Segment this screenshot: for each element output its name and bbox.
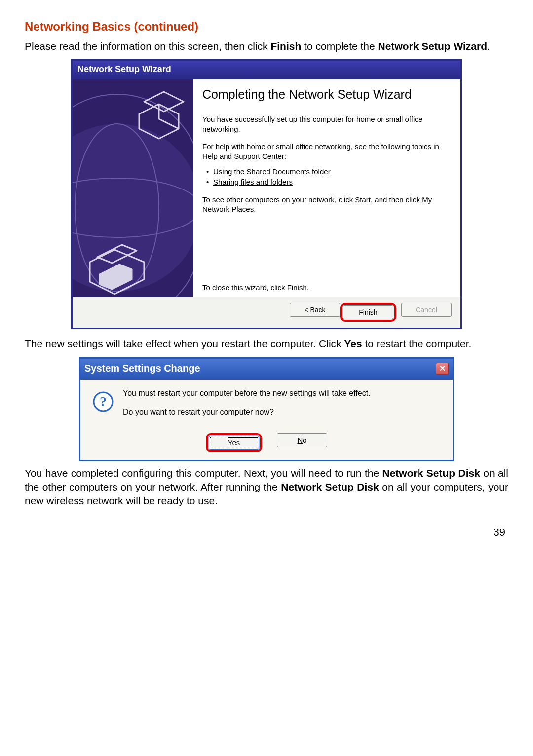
page-number: 39	[25, 526, 508, 539]
text: o	[303, 436, 306, 444]
bold-network-setup-wizard: Network Setup Wizard	[378, 40, 488, 52]
wizard-success-text: You have successfully set up this comput…	[202, 114, 452, 134]
spacer	[202, 222, 452, 284]
text: <	[304, 306, 310, 314]
dialog-button-row: Yes No	[80, 431, 453, 460]
yes-button[interactable]: Yes	[209, 436, 259, 450]
wizard-content: Completing the Network Setup Wizard You …	[193, 79, 460, 297]
close-icon[interactable]: ✕	[436, 363, 449, 375]
list-item: Sharing files and folders	[206, 177, 452, 187]
wizard-heading: Completing the Network Setup Wizard	[202, 87, 452, 102]
dialog-text: You must restart your computer before th…	[123, 389, 371, 426]
final-paragraph: You have completed configuring this comp…	[25, 466, 508, 508]
bold-finish: Finish	[270, 40, 301, 52]
question-icon: ?	[87, 389, 114, 415]
text: to complete the	[301, 40, 378, 52]
system-settings-change-dialog: System Settings Change ✕ ? You must rest…	[79, 357, 454, 461]
wizard-help-links: Using the Shared Documents folder Sharin…	[206, 167, 452, 187]
highlight-ring: Finish	[340, 303, 396, 322]
back-button[interactable]: < Back	[290, 303, 340, 317]
text: .	[487, 40, 490, 52]
text: ack	[315, 306, 326, 314]
text: You have completed configuring this comp…	[25, 467, 382, 479]
text: to restart the computer.	[362, 338, 472, 349]
list-item: Using the Shared Documents folder	[206, 167, 452, 177]
dialog-line-2: Do you want to restart your computer now…	[123, 408, 371, 416]
network-setup-wizard-window: Network Setup Wizard	[71, 59, 462, 329]
wizard-network-places-text: To see other computers on your network, …	[202, 195, 452, 214]
wizard-close-hint: To close this wizard, click Finish.	[202, 283, 452, 292]
restart-paragraph: The new settings will take effect when y…	[25, 337, 508, 351]
dialog-body: ? You must restart your computer before …	[80, 380, 453, 431]
text: Please read the information on this scre…	[25, 40, 270, 52]
bold-network-setup-disk: Network Setup Disk	[281, 481, 379, 492]
page-title: Networking Basics (continued)	[25, 20, 508, 34]
no-button[interactable]: No	[277, 433, 327, 447]
dialog-titlebar: System Settings Change ✕	[80, 359, 453, 380]
bold-yes: Yes	[344, 338, 362, 349]
text: B	[310, 306, 314, 314]
intro-paragraph: Please read the information on this scre…	[25, 39, 508, 53]
text: N	[297, 436, 303, 444]
dialog-line-1: You must restart your computer before th…	[123, 389, 371, 398]
text: The new settings will take effect when y…	[25, 338, 344, 349]
wizard-help-intro: For help with home or small office netwo…	[202, 142, 452, 161]
svg-point-0	[73, 124, 193, 292]
shared-documents-link[interactable]: Using the Shared Documents folder	[213, 167, 331, 176]
sharing-files-link[interactable]: Sharing files and folders	[213, 178, 293, 186]
globe-devices-icon	[73, 79, 193, 297]
highlight-ring: Yes	[206, 433, 262, 452]
text: es	[232, 438, 240, 447]
wizard-body: Completing the Network Setup Wizard You …	[73, 79, 460, 297]
svg-text:?: ?	[100, 394, 107, 409]
wizard-graphic-panel	[73, 79, 193, 297]
finish-button[interactable]: Finish	[343, 305, 393, 319]
wizard-button-bar: < Back Finish Cancel	[73, 297, 460, 328]
cancel-button: Cancel	[401, 303, 452, 317]
bold-network-setup-disk: Network Setup Disk	[382, 467, 480, 479]
dialog-title: System Settings Change	[84, 363, 200, 374]
wizard-titlebar: Network Setup Wizard	[73, 61, 460, 79]
